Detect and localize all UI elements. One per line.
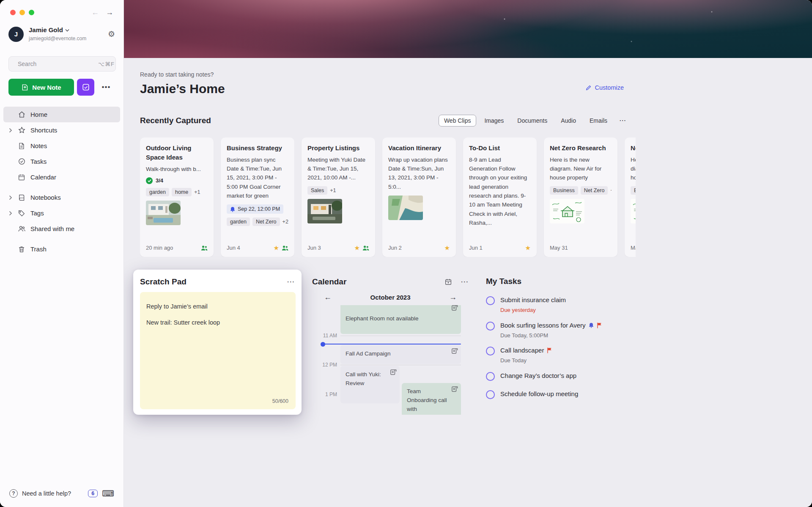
- notebook-icon: [18, 194, 26, 201]
- scratch-pad-options-button[interactable]: ⋯: [287, 277, 296, 287]
- tag-pill[interactable]: Sales: [307, 186, 327, 195]
- help-icon[interactable]: ?: [9, 489, 18, 498]
- more-tags[interactable]: +2: [283, 219, 288, 225]
- note-thumbnail-map: [388, 196, 423, 220]
- scratch-pad-line: New trail: Sutter creek loop: [146, 319, 289, 326]
- sidebar-item-notes[interactable]: Notes: [3, 138, 120, 154]
- people-icon: [18, 225, 26, 232]
- note-card[interactable]: Business Strategy Business plan sync Dat…: [221, 138, 294, 257]
- task-checkbox[interactable]: [486, 322, 495, 331]
- note-card-snippet: Meeting with Yuki Date & Time:Tue, Jun 1…: [307, 155, 369, 182]
- sidebar-item-tags[interactable]: Tags: [3, 205, 120, 221]
- note-date: Jun 3: [307, 245, 321, 251]
- task-checkbox[interactable]: [486, 372, 495, 381]
- tag-pill[interactable]: Net Zero: [252, 218, 280, 226]
- zoom-window-button[interactable]: [29, 10, 34, 15]
- expand-chevron-icon[interactable]: [8, 128, 13, 133]
- reminder-bell-icon: [589, 322, 594, 328]
- note-card[interactable]: Vacation Itinerary Wrap up vacation plan…: [382, 138, 456, 257]
- task-row[interactable]: Submit insurance claim Due yesterday: [486, 296, 613, 314]
- flag-icon: [547, 347, 552, 353]
- more-tags[interactable]: +1: [610, 187, 612, 193]
- filter-documents[interactable]: Documents: [512, 115, 553, 127]
- home-dashboard: Ready to start taking notes? Jamie’s Hom…: [124, 0, 812, 507]
- task-row[interactable]: Call landscaper Due Today: [486, 347, 613, 364]
- tag-pill[interactable]: Business: [550, 186, 578, 195]
- user-name: Jamie Gold: [29, 26, 63, 34]
- scratch-pad-widget: Scratch Pad ⋯ Reply to Jamie’s email New…: [133, 270, 302, 415]
- filter-emails[interactable]: Emails: [584, 115, 613, 127]
- task-row[interactable]: Change Ray’s doctor’s app: [486, 372, 613, 381]
- sidebar-item-shared-with-me[interactable]: Shared with me: [3, 221, 120, 237]
- task-checkbox[interactable]: [486, 347, 495, 355]
- close-window-button[interactable]: [10, 10, 16, 15]
- minimize-window-button[interactable]: [19, 10, 25, 15]
- note-link-icon[interactable]: [451, 348, 458, 354]
- new-note-button[interactable]: New Note: [8, 79, 74, 96]
- help-label[interactable]: Need a little help?: [22, 490, 71, 497]
- task-checkbox[interactable]: [486, 296, 495, 305]
- tag-pill[interactable]: Business: [631, 186, 636, 195]
- note-card-title: Outdoor Living Space Ideas: [146, 143, 208, 162]
- notification-count-badge[interactable]: 6: [88, 490, 98, 497]
- sidebar-item-calendar[interactable]: Calendar: [3, 169, 120, 185]
- keyboard-shortcuts-icon[interactable]: ⌨: [102, 488, 114, 499]
- filter-web-clips[interactable]: Web Clips: [439, 115, 477, 127]
- more-tags[interactable]: +1: [330, 187, 336, 193]
- sidebar-item-notebooks[interactable]: Notebooks: [3, 190, 120, 205]
- tag-pill[interactable]: Net Zero: [581, 186, 608, 195]
- filter-more[interactable]: ⋯: [615, 114, 630, 127]
- search-field[interactable]: ⌥⌘F: [8, 56, 116, 72]
- note-link-icon[interactable]: [451, 386, 458, 392]
- calendar-options-button[interactable]: ⋯: [461, 277, 469, 287]
- note-card[interactable]: Outdoor Living Space Ideas Walk-through …: [140, 138, 214, 257]
- favorite-star-icon: ★: [525, 245, 531, 251]
- previous-month-button[interactable]: ←: [324, 293, 332, 302]
- settings-gear-icon[interactable]: ⚙: [108, 29, 115, 39]
- tag-pill[interactable]: home: [172, 188, 192, 196]
- note-card[interactable]: Property Listings Meeting with Yuki Date…: [302, 138, 375, 257]
- customize-button[interactable]: Customize: [585, 84, 624, 91]
- note-card[interactable]: Net Zero Research Here is the new diagra…: [544, 138, 617, 257]
- calendar-event[interactable]: Call with Yuki: Review: [340, 366, 400, 403]
- note-card-snippet: Walk-through with b...: [146, 165, 208, 174]
- history-back-icon[interactable]: ←: [91, 8, 99, 17]
- expand-chevron-icon[interactable]: [8, 211, 13, 216]
- calendar-event[interactable]: Fall Ad Campaign: [340, 345, 461, 364]
- more-tags[interactable]: +1: [194, 189, 200, 195]
- note-link-icon[interactable]: [390, 369, 397, 375]
- sidebar-item-home[interactable]: Home: [3, 107, 120, 122]
- sidebar-item-tasks[interactable]: Tasks: [3, 154, 120, 169]
- search-input[interactable]: [18, 61, 94, 67]
- account-switcher[interactable]: J Jamie Gold jamiegold@evernote.com ⚙: [0, 26, 123, 42]
- task-row[interactable]: Schedule follow-up meeting: [486, 390, 613, 399]
- sidebar-more-button[interactable]: •••: [97, 79, 115, 96]
- search-shortcut-hint: ⌥⌘F: [98, 61, 115, 67]
- new-task-button[interactable]: [77, 79, 94, 96]
- task-checkbox[interactable]: [486, 390, 495, 399]
- filter-images[interactable]: Images: [479, 115, 509, 127]
- next-month-button[interactable]: →: [449, 293, 457, 302]
- sidebar-item-shortcuts[interactable]: Shortcuts: [3, 122, 120, 138]
- calendar-event[interactable]: Elephant Room not available: [340, 305, 461, 334]
- shared-icon: [201, 245, 208, 251]
- note-link-icon[interactable]: [451, 305, 458, 311]
- tag-pill[interactable]: garden: [227, 218, 250, 226]
- calendar-plus-icon[interactable]: [444, 278, 452, 286]
- scratch-pad-textarea[interactable]: Reply to Jamie’s email New trail: Sutter…: [140, 292, 296, 409]
- task-row[interactable]: Book surfing lessons for Avery Due Today…: [486, 322, 613, 339]
- tag-pill[interactable]: garden: [146, 188, 169, 196]
- scratch-pad-line: Reply to Jamie’s email: [146, 303, 289, 310]
- sidebar-item-trash[interactable]: Trash: [3, 241, 120, 257]
- note-card-title: Net Zero Research: [550, 143, 612, 153]
- capture-filters: Web Clips Images Documents Audio Emails …: [439, 114, 630, 127]
- note-date: Jun 4: [227, 245, 240, 251]
- avatar: J: [8, 27, 24, 42]
- note-card[interactable]: Net Zero Research Here is the new diagra…: [625, 138, 636, 257]
- filter-audio[interactable]: Audio: [555, 115, 582, 127]
- current-time-line: [324, 344, 461, 344]
- expand-chevron-icon[interactable]: [8, 195, 13, 200]
- history-forward-icon[interactable]: →: [106, 8, 113, 17]
- calendar-event[interactable]: Team Onboarding call with: [402, 383, 461, 415]
- note-card[interactable]: To-Do List 8-9 am Lead Generation Follow…: [463, 138, 537, 257]
